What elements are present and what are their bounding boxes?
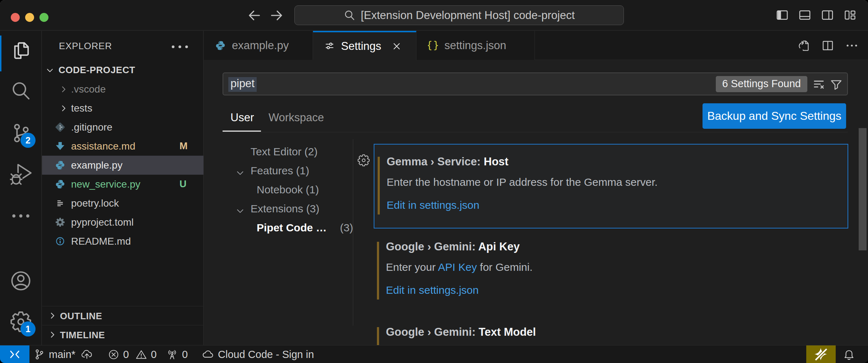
customize-layout-icon <box>844 9 857 22</box>
more-actions-icon[interactable] <box>845 39 859 52</box>
activity-run-debug[interactable] <box>0 155 42 193</box>
settings-sliders-icon <box>325 41 335 51</box>
activity-source-control[interactable]: 2 <box>0 114 42 152</box>
search-icon <box>344 9 356 22</box>
activity-account[interactable] <box>0 262 42 300</box>
toc-extensions[interactable]: Extensions (3) <box>204 201 353 220</box>
file-label: assistance.md <box>71 141 135 152</box>
close-tab-icon[interactable] <box>391 41 402 52</box>
clear-settings-search-icon[interactable] <box>812 78 826 91</box>
toc-notebook[interactable]: Notebook (1) <box>204 182 353 201</box>
toc-label: Extensions <box>251 203 303 214</box>
toc-count: (1) <box>306 184 319 195</box>
filter-settings-icon[interactable] <box>830 78 843 91</box>
timeline-section-header[interactable]: TIMELINE <box>42 325 204 344</box>
tree-item-poetry-lock[interactable]: poetry.lock <box>42 194 204 213</box>
cloud-code-status-item[interactable]: Cloud Code - Sign in <box>201 345 314 363</box>
tree-item-assistance-md[interactable]: assistance.md M <box>42 137 204 156</box>
open-changes-icon[interactable] <box>797 39 811 52</box>
toc-features[interactable]: Features (1) <box>204 162 353 182</box>
remote-icon <box>8 348 21 361</box>
tree-item-new-service-py[interactable]: new_service.py U <box>42 175 204 194</box>
edit-in-settings-json-link[interactable]: Edit in settings.json <box>386 284 479 296</box>
tab-settings[interactable]: Settings <box>313 31 416 60</box>
tab-example-py[interactable]: example.py <box>204 31 313 60</box>
arrow-left-icon <box>247 8 262 23</box>
setting-google-gemini-api-key[interactable]: Google › Gemini: Api Key Enter your API … <box>374 230 848 314</box>
settings-search-input[interactable]: pipet 6 Settings Found <box>223 72 848 95</box>
tree-item-readme-md[interactable]: README.md <box>42 232 204 251</box>
toc-text-editor[interactable]: Text Editor (2) <box>204 143 353 162</box>
git-file-icon <box>55 122 65 132</box>
problems-status-item[interactable]: 0 0 <box>108 345 157 363</box>
chevron-down-icon <box>235 168 245 178</box>
errors-icon <box>108 349 120 360</box>
setting-gear-icon[interactable] <box>357 154 370 167</box>
ports-status-item[interactable]: 0 <box>166 345 188 363</box>
notifications-bell[interactable] <box>840 345 858 363</box>
layout-sidebar-left-icon <box>776 9 789 22</box>
error-count: 0 <box>123 349 129 360</box>
editor-group: example.py Settings {} settings.json <box>204 31 868 345</box>
navigate-forward-button[interactable] <box>269 8 284 23</box>
remote-indicator[interactable] <box>0 345 29 363</box>
tree-item-vscode[interactable]: .vscode <box>42 80 204 99</box>
desc-text: Enter your <box>386 261 438 273</box>
tab-label: Settings <box>341 40 381 53</box>
command-center[interactable]: [Extension Development Host] code-projec… <box>294 5 624 25</box>
setting-gemma-service-host[interactable]: Gemma › Service: Host Enter the hostname… <box>374 144 848 228</box>
explorer-actions-button[interactable] <box>171 44 189 50</box>
settings-scrollbar[interactable] <box>859 128 867 250</box>
activity-bar: 2 <box>0 31 42 345</box>
edit-in-settings-json-link[interactable]: Edit in settings.json <box>387 199 479 211</box>
backup-sync-settings-button[interactable]: Backup and Sync Settings <box>703 103 846 129</box>
minimize-window-button[interactable] <box>25 13 34 22</box>
zoom-window-button[interactable] <box>39 13 48 22</box>
tree-item-tests[interactable]: tests <box>42 99 204 118</box>
layout-sidebar-right-icon <box>821 9 834 22</box>
toc-pipet-code[interactable]: Pipet Code … (3) <box>204 220 353 239</box>
tree-item-gitignore[interactable]: .gitignore <box>42 118 204 137</box>
toc-count: (2) <box>304 146 318 157</box>
copilot-disabled-icon <box>813 346 829 362</box>
customize-layout-button[interactable] <box>844 9 857 22</box>
explorer-title: EXPLORER <box>59 41 112 52</box>
explorer-header: EXPLORER <box>42 31 203 61</box>
tab-settings-json[interactable]: {} settings.json <box>416 31 535 60</box>
tree-item-example-py[interactable]: example.py <box>42 156 204 175</box>
setting-google-gemini-text-model[interactable]: Google › Gemini: Text Model <box>374 315 848 345</box>
activity-more-views[interactable] <box>0 197 42 235</box>
outline-section-header[interactable]: OUTLINE <box>42 306 204 325</box>
activity-settings[interactable]: 1 <box>0 303 42 341</box>
toggle-panel-button[interactable] <box>798 9 811 22</box>
activity-explorer[interactable] <box>0 32 42 70</box>
scope-tab-workspace[interactable]: Workspace <box>269 111 324 124</box>
warnings-icon <box>135 349 147 360</box>
root-folder-label: CODE-PROJECT <box>59 65 135 76</box>
activity-search[interactable] <box>0 72 42 110</box>
toggle-primary-sidebar-button[interactable] <box>776 9 789 22</box>
run-debug-icon <box>10 163 32 185</box>
api-key-link[interactable]: API Key <box>438 261 477 273</box>
python-file-icon <box>55 160 65 170</box>
branch-status-item[interactable]: main* <box>33 345 93 363</box>
copilot-status-item[interactable] <box>806 345 836 363</box>
ellipsis-icon <box>171 44 189 50</box>
git-branch-icon <box>33 348 45 360</box>
chevron-right-icon <box>59 104 68 113</box>
close-window-button[interactable] <box>11 13 20 22</box>
files-icon <box>10 39 32 62</box>
tree-item-pyproject-toml[interactable]: pyproject.toml <box>42 213 204 232</box>
split-editor-icon[interactable] <box>821 39 834 52</box>
layout-panel-icon <box>798 9 811 22</box>
toc-label: Pipet Code … <box>257 222 327 234</box>
file-label: new_service.py <box>71 179 140 190</box>
setting-name: Api Key <box>478 240 519 253</box>
toc-count: (1) <box>296 165 309 176</box>
toggle-secondary-sidebar-button[interactable] <box>821 9 834 22</box>
scope-tab-user[interactable]: User <box>230 111 254 124</box>
search-icon <box>10 80 32 102</box>
window-title: [Extension Development Host] code-projec… <box>361 9 575 22</box>
tree-root-code-project[interactable]: CODE-PROJECT <box>42 61 204 80</box>
navigate-back-button[interactable] <box>247 8 262 23</box>
